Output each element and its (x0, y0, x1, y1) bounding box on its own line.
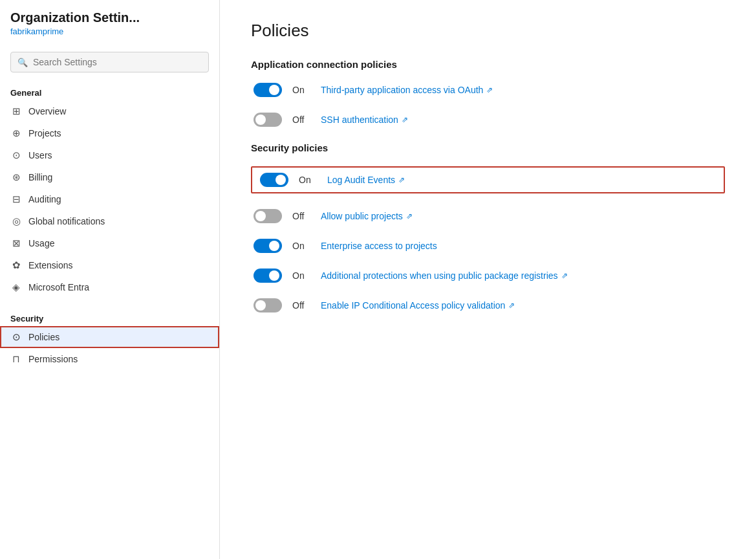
sidebar-item-projects[interactable]: ⊕ Projects (0, 122, 219, 144)
sidebar-item-label: Global notifications (28, 216, 105, 226)
main-content: Policies Application connection policies… (220, 0, 756, 559)
users-icon: ⊙ (10, 149, 22, 161)
log-audit-toggle-slider (260, 173, 288, 187)
sidebar-item-label: Permissions (28, 354, 78, 364)
ssh-toggle[interactable] (254, 113, 282, 127)
sidebar: Organization Settin... fabrikamprime 🔍 G… (0, 0, 220, 559)
sidebar-item-users[interactable]: ⊙ Users (0, 144, 219, 166)
search-box[interactable]: 🔍 (10, 52, 209, 72)
log-audit-link-icon: ⇗ (398, 175, 405, 184)
enterprise-access-policy-link[interactable]: Enterprise access to projects (321, 241, 437, 251)
enterprise-access-toggle-slider (254, 239, 282, 253)
sidebar-item-label: Auditing (28, 194, 61, 204)
page-title: Policies (251, 21, 725, 41)
ip-conditional-policy-link[interactable]: Enable IP Conditional Access policy vali… (321, 300, 515, 311)
sidebar-item-permissions[interactable]: ⊓ Permissions (0, 348, 219, 370)
sidebar-item-label: Overview (28, 106, 66, 116)
search-input[interactable] (33, 57, 202, 67)
notifications-icon: ◎ (10, 215, 22, 227)
public-projects-policy-name: Allow public projects (321, 211, 403, 221)
oauth-policy-name: Third-party application access via OAuth (321, 85, 483, 95)
additional-protections-policy-link[interactable]: Additional protections when using public… (321, 270, 568, 281)
oauth-policy-link[interactable]: Third-party application access via OAuth… (321, 85, 493, 95)
sidebar-item-usage[interactable]: ⊠ Usage (0, 232, 219, 254)
permissions-icon: ⊓ (10, 353, 22, 365)
ssh-toggle-slider (254, 113, 282, 127)
oauth-toggle-slider (254, 83, 282, 97)
sidebar-item-label: Users (28, 150, 52, 160)
policy-row-enterprise-access: On Enterprise access to projects (251, 239, 725, 253)
app-connection-title: Application connection policies (251, 59, 725, 70)
sidebar-item-microsoft-entra[interactable]: ◈ Microsoft Entra (0, 276, 219, 298)
org-title: Organization Settin... (10, 10, 209, 25)
app-connection-section: Application connection policies On Third… (251, 59, 725, 127)
sidebar-item-auditing[interactable]: ⊟ Auditing (0, 188, 219, 210)
policy-row-log-audit: On Log Audit Events ⇗ (251, 166, 725, 193)
entra-icon: ◈ (10, 281, 22, 293)
public-projects-toggle[interactable] (254, 209, 282, 223)
nav-general: ⊞ Overview ⊕ Projects ⊙ Users ⊛ Billing … (0, 100, 219, 298)
log-audit-policy-link[interactable]: Log Audit Events ⇗ (327, 175, 405, 185)
sidebar-item-label: Projects (28, 128, 61, 138)
sidebar-item-label: Microsoft Entra (28, 282, 89, 292)
oauth-toggle[interactable] (254, 83, 282, 97)
sidebar-item-label: Policies (28, 332, 59, 342)
ssh-policy-name: SSH authentication (321, 115, 398, 125)
sidebar-item-overview[interactable]: ⊞ Overview (0, 100, 219, 122)
additional-protections-policy-name: Additional protections when using public… (321, 270, 558, 281)
oauth-link-icon: ⇗ (486, 85, 493, 94)
additional-protections-link-icon: ⇗ (561, 271, 568, 280)
additional-protections-toggle-slider (254, 269, 282, 283)
additional-protections-toggle[interactable] (254, 269, 282, 283)
billing-icon: ⊛ (10, 171, 22, 183)
general-section-label: General (0, 83, 219, 100)
policy-row-ssh: Off SSH authentication ⇗ (251, 113, 725, 127)
sidebar-item-label: Usage (28, 238, 54, 248)
log-audit-toggle[interactable] (260, 173, 288, 187)
org-subtitle: fabrikamprime (10, 27, 209, 36)
public-projects-policy-link[interactable]: Allow public projects ⇗ (321, 211, 413, 221)
policy-row-public-projects: Off Allow public projects ⇗ (251, 209, 725, 223)
ip-conditional-toggle[interactable] (254, 298, 282, 312)
enterprise-access-toggle[interactable] (254, 239, 282, 253)
public-projects-state-label: Off (292, 211, 310, 221)
sidebar-item-policies[interactable]: ⊙ Policies (0, 326, 219, 348)
sidebar-item-global-notifications[interactable]: ◎ Global notifications (0, 210, 219, 232)
log-audit-state-label: On (299, 175, 317, 185)
policy-row-additional-protections: On Additional protections when using pub… (251, 269, 725, 283)
ip-conditional-state-label: Off (292, 300, 310, 311)
public-projects-link-icon: ⇗ (406, 212, 413, 221)
additional-protections-state-label: On (292, 270, 310, 281)
sidebar-item-extensions[interactable]: ✿ Extensions (0, 254, 219, 276)
sidebar-item-billing[interactable]: ⊛ Billing (0, 166, 219, 188)
ssh-link-icon: ⇗ (402, 115, 408, 124)
policies-icon: ⊙ (10, 331, 22, 343)
security-policies-section: Security policies On Log Audit Events ⇗ … (251, 142, 725, 312)
security-policies-title: Security policies (251, 142, 725, 153)
sidebar-item-label: Extensions (28, 260, 72, 270)
enterprise-access-policy-name: Enterprise access to projects (321, 241, 437, 251)
search-icon: 🔍 (17, 58, 28, 67)
public-projects-toggle-slider (254, 209, 282, 223)
ip-conditional-policy-name: Enable IP Conditional Access policy vali… (321, 300, 505, 311)
usage-icon: ⊠ (10, 237, 22, 249)
ssh-policy-link[interactable]: SSH authentication ⇗ (321, 115, 408, 125)
ip-conditional-link-icon: ⇗ (508, 301, 515, 310)
overview-icon: ⊞ (10, 105, 22, 117)
ssh-state-label: Off (292, 115, 310, 125)
oauth-state-label: On (292, 85, 310, 95)
sidebar-header: Organization Settin... fabrikamprime (0, 10, 219, 47)
sidebar-item-label: Billing (28, 172, 52, 182)
policy-row-ip-conditional: Off Enable IP Conditional Access policy … (251, 298, 725, 312)
policy-row-oauth: On Third-party application access via OA… (251, 83, 725, 97)
projects-icon: ⊕ (10, 127, 22, 139)
log-audit-policy-name: Log Audit Events (327, 175, 395, 185)
enterprise-access-state-label: On (292, 241, 310, 251)
nav-security: ⊙ Policies ⊓ Permissions (0, 326, 219, 370)
auditing-icon: ⊟ (10, 193, 22, 205)
extensions-icon: ✿ (10, 259, 22, 271)
security-section-label: Security (0, 309, 219, 326)
ip-conditional-toggle-slider (254, 298, 282, 312)
